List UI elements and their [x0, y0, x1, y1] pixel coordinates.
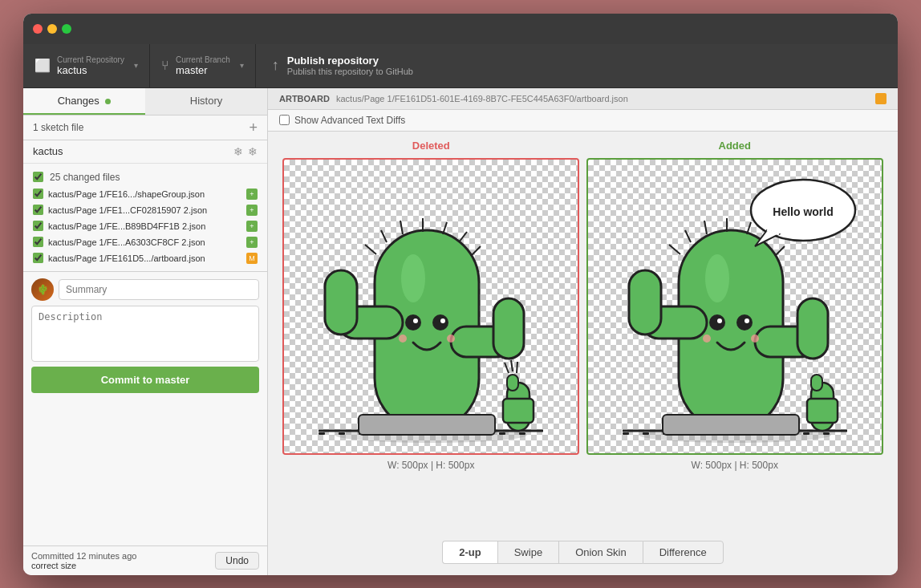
added-dimensions: W: 500px | H: 500px — [692, 460, 778, 471]
committed-message: correct size — [31, 561, 136, 570]
svg-point-71 — [745, 318, 749, 323]
branch-name: master — [176, 64, 230, 76]
added-cactus-svg: Hello world — [598, 166, 871, 447]
branch-chevron-icon: ▾ — [240, 61, 244, 70]
changes-dot — [105, 99, 111, 104]
list-item: kactus/Page 1/FE16.../shapeGroup.json + — [23, 186, 267, 202]
description-textarea[interactable] — [31, 306, 259, 362]
svg-point-17 — [401, 254, 425, 302]
branch-selector[interactable]: ⑂ Current Branch master ▾ — [150, 44, 256, 87]
add-file-button[interactable]: + — [249, 120, 258, 135]
deleted-label: Deleted — [412, 140, 450, 152]
svg-point-33 — [399, 335, 407, 343]
file-checkbox-4[interactable] — [33, 253, 43, 263]
svg-line-63 — [704, 221, 707, 234]
svg-rect-2 — [318, 432, 325, 435]
svg-rect-42 — [643, 432, 649, 435]
svg-text:Hello world: Hello world — [773, 205, 833, 218]
repo-selector[interactable]: ⬜ Current Repository kactus ▾ — [23, 44, 150, 87]
close-button[interactable] — [33, 24, 43, 34]
file-badge-2: + — [246, 221, 258, 232]
svg-line-61 — [669, 245, 680, 254]
svg-line-24 — [400, 221, 403, 234]
svg-rect-58 — [629, 270, 661, 335]
svg-line-27 — [459, 232, 467, 242]
view-btn-onion-skin[interactable]: Onion Skin — [558, 541, 643, 564]
list-item: kactus/Page 1/FE1...CF02815907 2.json + — [23, 202, 267, 218]
repo-chevron-icon: ▾ — [134, 61, 138, 70]
file-name-4: kactus/Page 1/FE161D5.../artboard.json — [48, 253, 241, 263]
svg-rect-53 — [807, 399, 838, 423]
file-badge-4: M — [246, 253, 258, 264]
file-badge-0: + — [246, 189, 258, 200]
svg-point-30 — [432, 314, 448, 330]
deleted-panel: Deleted — [279, 140, 583, 533]
svg-line-67 — [775, 246, 785, 256]
file-badge-1: + — [246, 205, 258, 216]
files-header: 1 sketch file + — [23, 116, 267, 140]
group-name: kactus — [33, 145, 63, 157]
commit-button[interactable]: Commit to master — [31, 367, 259, 393]
svg-rect-38 — [359, 415, 495, 435]
repo-name: kactus — [57, 64, 124, 76]
deleted-dimensions: W: 500px | H: 500px — [387, 460, 474, 471]
snowflake-icon-1[interactable]: ❄ — [233, 145, 243, 158]
branch-icon: ⑂ — [161, 59, 169, 73]
titlebar — [23, 14, 898, 44]
toolbar: ⬜ Current Repository kactus ▾ ⑂ Current … — [23, 44, 898, 88]
list-item: kactus/Page 1/FE...B89BD4FF1B 2.json + — [23, 218, 267, 234]
summary-input[interactable] — [59, 279, 259, 300]
svg-rect-50 — [803, 432, 809, 435]
main-layout: Changes History 1 sketch file + kactus ❄… — [23, 88, 898, 575]
breadcrumb: ARTBOARD kactus/Page 1/FE161D51-601E-416… — [268, 88, 898, 110]
publish-subtitle: Publish this repository to GitHub — [287, 67, 413, 76]
publish-button[interactable]: ↑ Publish repository Publish this reposi… — [256, 44, 898, 87]
app-window: ⬜ Current Repository kactus ▾ ⑂ Current … — [23, 14, 898, 575]
select-all-checkbox[interactable] — [33, 172, 43, 182]
file-checkbox-3[interactable] — [33, 237, 43, 247]
repo-icon: ⬜ — [34, 58, 51, 73]
file-checkbox-1[interactable] — [33, 205, 43, 215]
svg-point-73 — [751, 335, 759, 343]
file-name-3: kactus/Page 1/FE...A6303CF8CF 2.json — [48, 237, 241, 247]
minimize-button[interactable] — [47, 24, 57, 34]
files-count: 1 sketch file — [33, 122, 83, 133]
svg-point-68 — [709, 314, 725, 330]
svg-rect-54 — [811, 375, 822, 391]
committed-row: Committed 12 minutes ago correct size Un… — [23, 545, 267, 575]
svg-point-70 — [717, 318, 722, 323]
file-badge-3: + — [246, 237, 258, 248]
svg-rect-60 — [797, 298, 828, 359]
file-checkbox-0[interactable] — [33, 189, 43, 199]
svg-point-31 — [413, 318, 418, 323]
view-btn-difference[interactable]: Difference — [643, 541, 724, 564]
undo-button[interactable]: Undo — [215, 552, 259, 570]
avatar: 🌵 — [31, 278, 54, 301]
svg-point-72 — [703, 335, 711, 343]
svg-line-36 — [511, 360, 513, 371]
svg-point-34 — [447, 335, 455, 343]
changed-files-header: 25 changed files — [23, 168, 267, 186]
view-btn-swipe[interactable]: Swipe — [497, 541, 558, 564]
tab-changes[interactable]: Changes — [23, 88, 145, 115]
advanced-diffs-checkbox[interactable] — [279, 115, 290, 125]
publish-icon: ↑ — [272, 57, 279, 74]
svg-line-62 — [685, 230, 691, 242]
svg-line-37 — [517, 362, 517, 373]
tabs: Changes History — [23, 88, 267, 116]
svg-line-23 — [381, 230, 387, 242]
commit-section: 🌵 Commit to master — [23, 272, 267, 545]
right-panel: ARTBOARD kactus/Page 1/FE161D51-601E-416… — [268, 88, 898, 575]
view-btn-2up[interactable]: 2-up — [442, 541, 497, 564]
tab-history[interactable]: History — [145, 88, 267, 115]
added-label: Added — [719, 140, 751, 152]
snowflake-icon-2[interactable]: ❄ — [248, 145, 258, 158]
svg-rect-51 — [823, 432, 830, 435]
file-group-header: kactus ❄ ❄ — [23, 140, 267, 164]
svg-line-22 — [365, 245, 376, 254]
advanced-diffs-row: Show Advanced Text Diffs — [268, 110, 898, 132]
changed-files-section: 25 changed files kactus/Page 1/FE16.../s… — [23, 164, 267, 272]
svg-rect-41 — [623, 432, 629, 435]
file-checkbox-2[interactable] — [33, 221, 43, 231]
maximize-button[interactable] — [62, 24, 71, 34]
